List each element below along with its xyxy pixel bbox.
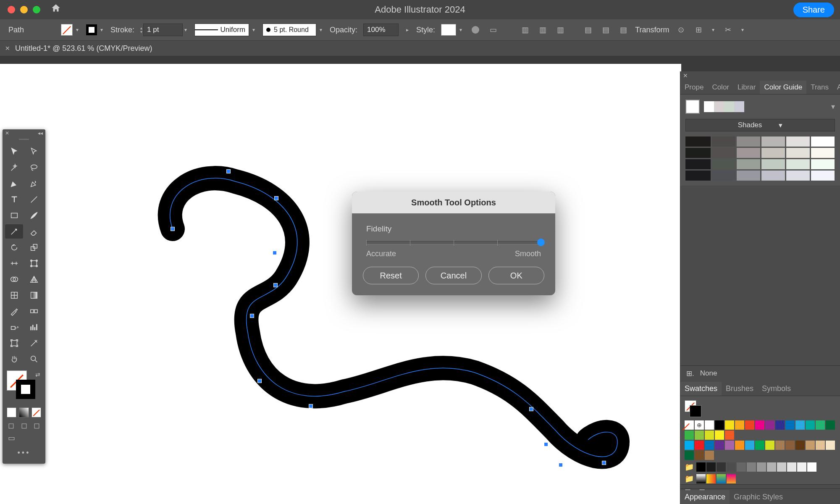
- perspective-grid-tool[interactable]: [25, 272, 43, 286]
- chevron-right-icon[interactable]: ▸: [404, 25, 410, 34]
- swatch-folder[interactable]: 📁: [685, 462, 836, 472]
- document-tab-label[interactable]: Untitled-1* @ 523.61 % (CMYK/Preview): [15, 44, 152, 53]
- chevron-down-icon[interactable]: ▾: [740, 25, 746, 34]
- chevron-down-icon[interactable]: ▾: [710, 25, 716, 34]
- tab-properties[interactable]: Prope: [680, 81, 708, 94]
- anchor-point[interactable]: [250, 314, 254, 318]
- blend-tool[interactable]: [25, 304, 43, 318]
- line-segment-tool[interactable]: [25, 192, 43, 207]
- artboard-tool[interactable]: [5, 336, 23, 350]
- chevron-down-icon[interactable]: ▾: [458, 25, 464, 34]
- edit-toolbar-button[interactable]: •••: [3, 446, 45, 459]
- color-mode-none[interactable]: [32, 407, 41, 417]
- screen-mode-icon[interactable]: ▭: [7, 433, 16, 443]
- share-button[interactable]: Share: [793, 3, 834, 17]
- column-graph-tool[interactable]: [25, 320, 43, 334]
- shape-builder-tool[interactable]: [5, 272, 23, 286]
- tab-graphic-styles[interactable]: Graphic Styles: [730, 490, 787, 504]
- chevron-down-icon[interactable]: ▾: [183, 25, 189, 34]
- fill-swatch[interactable]: [61, 24, 73, 36]
- mesh-tool[interactable]: [5, 288, 23, 302]
- align-left-icon[interactable]: ▥: [519, 24, 531, 36]
- tab-color[interactable]: Color: [708, 81, 733, 94]
- swatch-grid[interactable]: [685, 441, 836, 460]
- swatch-folder[interactable]: 📁: [685, 474, 836, 483]
- tab-appearance[interactable]: Appearance: [680, 490, 730, 504]
- align-right-icon[interactable]: ▥: [554, 24, 566, 36]
- swatch-grid[interactable]: ⊕: [685, 420, 836, 440]
- color-guide-grid[interactable]: [685, 136, 835, 181]
- scale-tool[interactable]: [25, 240, 43, 255]
- isolate-icon[interactable]: ⊙: [675, 24, 687, 36]
- zoom-tool[interactable]: [25, 352, 43, 366]
- ok-button[interactable]: OK: [488, 267, 544, 284]
- free-transform-tool[interactable]: [25, 256, 43, 270]
- anchor-point[interactable]: [529, 407, 533, 411]
- symbol-sprayer-tool[interactable]: [5, 320, 23, 334]
- tab-symbols[interactable]: Symbols: [758, 382, 795, 396]
- swatches-fill-stroke[interactable]: [685, 400, 701, 417]
- magic-wand-tool[interactable]: [5, 160, 23, 175]
- anchor-point[interactable]: [257, 379, 262, 383]
- anchor-point[interactable]: [274, 196, 278, 200]
- chevron-down-icon[interactable]: ▾: [74, 25, 80, 34]
- swap-fill-stroke-icon[interactable]: ⇄: [35, 371, 40, 378]
- draw-behind-icon[interactable]: ◻: [20, 421, 29, 430]
- align-bottom-icon[interactable]: ▤: [617, 24, 629, 36]
- draw-inside-icon[interactable]: ◻: [32, 421, 41, 430]
- fill-stroke-indicator[interactable]: ⇄: [7, 370, 41, 405]
- anchor-point[interactable]: [273, 251, 277, 255]
- rotate-tool[interactable]: [5, 240, 23, 255]
- close-window-button[interactable]: [8, 6, 15, 13]
- swatch-library-icon[interactable]: ⊞.: [686, 369, 694, 378]
- anchor-point[interactable]: [559, 463, 563, 467]
- collapse-panel-icon[interactable]: ◂◂: [38, 130, 43, 136]
- type-tool[interactable]: [5, 192, 23, 207]
- gradient-tool[interactable]: [25, 288, 43, 302]
- align-to-icon[interactable]: ▭: [487, 24, 499, 36]
- curvature-tool[interactable]: [25, 176, 43, 191]
- minimize-window-button[interactable]: [20, 6, 28, 13]
- harmony-swatch-strip[interactable]: [704, 101, 744, 112]
- anchor-point[interactable]: [602, 461, 606, 465]
- color-guide-mode-select[interactable]: Shades ▾: [685, 119, 835, 131]
- chevron-down-icon[interactable]: ▾: [831, 102, 835, 111]
- rectangle-tool[interactable]: [5, 208, 23, 223]
- stroke-weight-input[interactable]: [143, 24, 183, 36]
- width-tool[interactable]: [5, 256, 23, 270]
- close-tab-icon[interactable]: ✕: [5, 45, 10, 52]
- crop-image-icon[interactable]: ✂: [722, 24, 734, 36]
- eraser-tool[interactable]: [25, 224, 43, 239]
- direct-selection-tool[interactable]: [25, 144, 43, 159]
- pen-tool[interactable]: [5, 176, 23, 191]
- transform-label[interactable]: Transform: [635, 26, 669, 34]
- tab-color-guide[interactable]: Color Guide: [760, 81, 806, 94]
- cancel-button[interactable]: Cancel: [425, 267, 481, 284]
- tab-swatches[interactable]: Swatches: [680, 382, 722, 396]
- opacity-input[interactable]: [363, 24, 399, 36]
- close-panel-icon[interactable]: ✕: [683, 72, 688, 79]
- slider-thumb[interactable]: [537, 239, 545, 246]
- base-color-swatch[interactable]: [685, 100, 700, 114]
- tab-transform[interactable]: Trans: [806, 81, 833, 94]
- chevron-down-icon[interactable]: ▾: [318, 25, 324, 34]
- eyedropper-tool[interactable]: [5, 304, 23, 318]
- recolor-artwork-icon[interactable]: [470, 24, 481, 36]
- color-mode-solid[interactable]: [7, 407, 16, 417]
- anchor-point[interactable]: [171, 227, 175, 231]
- tools-panel-header[interactable]: ✕ ◂◂: [3, 129, 45, 137]
- select-similar-icon[interactable]: ⊞: [693, 24, 704, 36]
- close-panel-icon[interactable]: ✕: [5, 130, 9, 136]
- stroke-swatch[interactable]: [86, 24, 97, 35]
- brush-definition-select[interactable]: 5 pt. Round: [262, 24, 316, 36]
- stroke-indicator[interactable]: [16, 380, 35, 399]
- home-icon[interactable]: [50, 3, 61, 17]
- slice-tool[interactable]: [25, 336, 43, 350]
- width-profile-select[interactable]: Uniform: [194, 24, 249, 36]
- draw-normal-icon[interactable]: ◻: [7, 421, 16, 430]
- anchor-point[interactable]: [226, 169, 231, 173]
- anchor-point[interactable]: [273, 283, 278, 287]
- reset-button[interactable]: Reset: [363, 267, 419, 284]
- fullscreen-window-button[interactable]: [33, 6, 40, 13]
- align-middle-icon[interactable]: ▤: [600, 24, 612, 36]
